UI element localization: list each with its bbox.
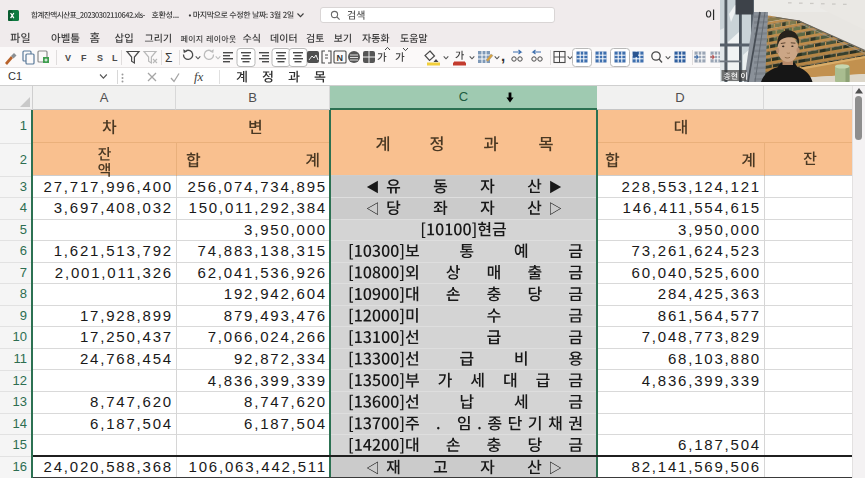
- svg-text:S: S: [97, 53, 103, 63]
- svg-text:,: ,: [501, 47, 505, 64]
- svg-text:N: N: [337, 53, 344, 63]
- svg-text:V: V: [65, 53, 71, 63]
- svg-text:F: F: [81, 53, 87, 63]
- svg-text:Σ: Σ: [165, 51, 172, 65]
- svg-text:L: L: [112, 53, 118, 63]
